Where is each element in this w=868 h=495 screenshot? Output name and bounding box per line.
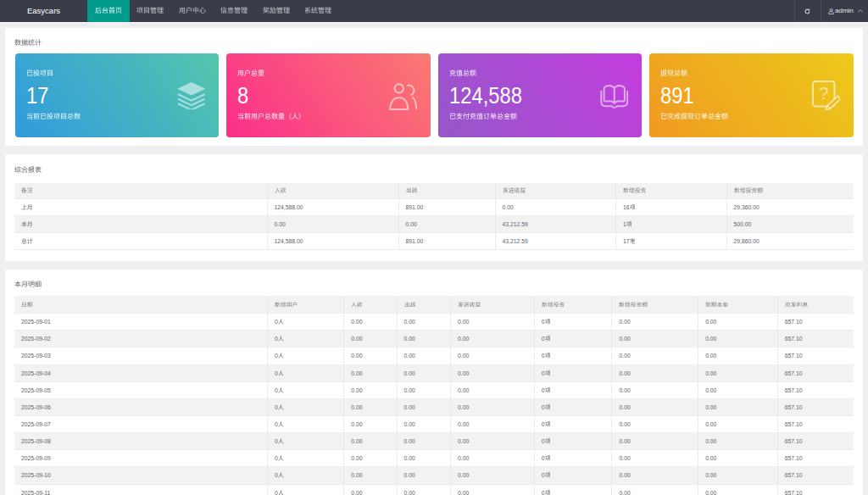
svg-text:?: ? bbox=[819, 84, 828, 103]
